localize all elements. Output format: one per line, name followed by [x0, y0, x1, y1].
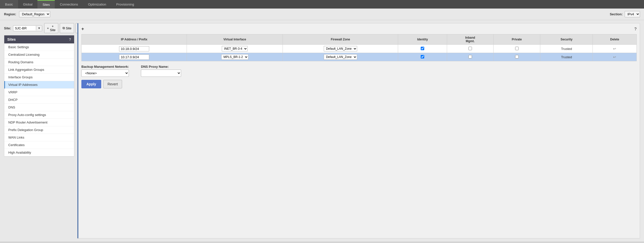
sidebar-item-link-aggregation-groups[interactable]: Link Aggregation Groups — [4, 66, 74, 74]
sidebar-item-centralized-licensing[interactable]: Centralized Licensing — [4, 51, 74, 58]
cell-ip-2 — [82, 53, 187, 61]
ip-input-1[interactable] — [119, 46, 149, 51]
cell-fz-2: Default_LAN_Zone — [283, 53, 398, 61]
section-select[interactable]: IPv4 — [625, 11, 640, 17]
right-panel: + ? IP Address / Prefix Virtual Interfac… — [77, 23, 640, 238]
section-bar: Section: IPv4 — [610, 11, 640, 17]
copy-site-button[interactable]: ⧉ Site — [60, 23, 74, 33]
cell-security-1: Trusted — [540, 45, 593, 53]
cell-vi-1: INET_BR-3-4 — [187, 45, 283, 53]
sidebar-help-icon[interactable]: ? — [69, 37, 71, 41]
dns-proxy-select[interactable] — [141, 70, 181, 77]
main-container: Region: Default_Region Section: IPv4 Sit… — [0, 9, 644, 241]
tab-connections[interactable]: Connections — [55, 0, 83, 9]
revert-icon-2[interactable]: ↩ — [613, 55, 616, 59]
table-row: INET_BR-3-4 Default_LAN_Zone — [82, 45, 637, 53]
vi-select-1[interactable]: INET_BR-3-4 — [222, 46, 248, 51]
col-header-identity: Identity — [398, 34, 447, 45]
inband-checkbox-1[interactable] — [468, 47, 472, 50]
add-row-button[interactable]: + — [81, 26, 84, 32]
cell-identity-1 — [398, 45, 447, 53]
sidebar-item-proxy-auto-config[interactable]: Proxy Auto-config settings — [4, 111, 74, 119]
tab-optimization[interactable]: Optimization — [83, 0, 111, 9]
backup-mgmt-group: Backup Management Network: <None> — [81, 65, 129, 77]
left-panel: Site: ▼ + + Site ⧉ Site 🗑 — [4, 23, 74, 238]
plus-icon: + — [47, 26, 49, 30]
identity-checkbox-2[interactable] — [421, 55, 424, 58]
action-buttons: Apply Revert — [81, 80, 637, 88]
copy-site-label: Site — [66, 26, 71, 30]
cell-fz-1: Default_LAN_Zone — [283, 45, 398, 53]
top-nav: Basic Global Sites Connections Optimizat… — [0, 0, 644, 9]
sidebar-item-virtual-ip-addresses[interactable]: Virtual IP Addresses — [4, 81, 74, 89]
add-site-button[interactable]: + + Site — [44, 23, 58, 33]
table-row: MPLS_BR-1-2 Default_LAN_Zone — [82, 53, 637, 61]
site-selector-row: Site: ▼ + + Site ⧉ Site 🗑 — [4, 23, 74, 33]
ip-input-2[interactable] — [119, 54, 149, 60]
panel-header: + ? — [81, 26, 637, 32]
cell-inband-2 — [447, 53, 494, 61]
region-select[interactable]: Default_Region — [19, 11, 50, 17]
sidebar: Sites ? Basic Settings Centralized Licen… — [4, 35, 74, 157]
cell-inband-1 — [447, 45, 494, 53]
site-label: Site: — [4, 26, 11, 30]
apply-button[interactable]: Apply — [81, 80, 101, 88]
cell-delete-1: ↩ — [593, 45, 637, 53]
fz-select-2[interactable]: Default_LAN_Zone — [324, 54, 357, 60]
cell-private-2 — [493, 53, 540, 61]
cell-security-2: Trusted — [540, 53, 593, 61]
top-bar: Region: Default_Region Section: IPv4 — [0, 9, 644, 20]
site-input-wrap: ▼ — [13, 25, 42, 31]
section-label: Section: — [610, 12, 623, 16]
bottom-controls: Backup Management Network: <None> DNS Pr… — [81, 65, 637, 77]
cell-private-1 — [493, 45, 540, 53]
sidebar-item-routing-domains[interactable]: Routing Domains — [4, 58, 74, 66]
content-area: Site: ▼ + + Site ⧉ Site 🗑 — [0, 20, 644, 241]
col-header-firewall-zone: Firewall Zone — [283, 34, 398, 45]
copy-icon: ⧉ — [63, 26, 65, 30]
backup-mgmt-select[interactable]: <None> — [81, 70, 129, 77]
col-header-security: Security — [540, 34, 593, 45]
cell-identity-2 — [398, 53, 447, 61]
cell-delete-2: ↩ — [593, 53, 637, 61]
region-label: Region: — [4, 12, 16, 16]
backup-mgmt-label: Backup Management Network: — [81, 65, 129, 69]
sidebar-item-basic-settings[interactable]: Basic Settings — [4, 43, 74, 51]
sidebar-title: Sites — [7, 37, 16, 41]
fz-select-1[interactable]: Default_LAN_Zone — [324, 46, 357, 51]
vi-select-2[interactable]: MPLS_BR-1-2 — [221, 54, 248, 60]
sidebar-item-wan-links[interactable]: WAN Links — [4, 134, 74, 141]
add-site-label: + Site — [50, 24, 56, 32]
sidebar-item-high-availability[interactable]: High Availability — [4, 149, 74, 156]
dns-proxy-group: DNS Proxy Name: — [141, 65, 181, 77]
inband-checkbox-2[interactable] — [468, 55, 472, 58]
tab-global[interactable]: Global — [18, 0, 38, 9]
col-header-private: Private — [493, 34, 540, 45]
col-header-virtual-interface: Virtual Interface — [187, 34, 283, 45]
private-checkbox-1[interactable] — [515, 47, 519, 50]
sidebar-item-dns[interactable]: DNS — [4, 104, 74, 111]
tab-provisioning[interactable]: Provisioning — [111, 0, 139, 9]
sidebar-item-ndp-router-advertisement[interactable]: NDP Router Advertisement — [4, 119, 74, 126]
sidebar-item-prefix-delegation-group[interactable]: Prefix Delegation Group — [4, 126, 74, 134]
identity-checkbox-1[interactable] — [421, 47, 424, 50]
cell-ip-1 — [82, 45, 187, 53]
dns-proxy-label: DNS Proxy Name: — [141, 65, 181, 69]
col-header-ip-prefix: IP Address / Prefix — [82, 34, 187, 45]
private-checkbox-2[interactable] — [515, 55, 519, 58]
col-header-inband-mgmt: InbandMgmt. — [447, 34, 494, 45]
revert-icon-1[interactable]: ↩ — [613, 47, 616, 51]
sidebar-header: Sites ? — [4, 35, 74, 43]
revert-button[interactable]: Revert — [103, 80, 122, 88]
site-input[interactable] — [13, 26, 36, 31]
tab-basic[interactable]: Basic — [0, 0, 18, 9]
sidebar-item-interface-groups[interactable]: Interface Groups — [4, 74, 74, 81]
panel-help-icon[interactable]: ? — [634, 27, 637, 31]
ip-address-table: IP Address / Prefix Virtual Interface Fi… — [81, 34, 637, 61]
tab-sites[interactable]: Sites — [37, 0, 55, 9]
site-dropdown-arrow[interactable]: ▼ — [36, 26, 42, 30]
sidebar-item-vrrp[interactable]: VRRP — [4, 89, 74, 96]
sidebar-item-certificates[interactable]: Certificates — [4, 141, 74, 149]
cell-vi-2: MPLS_BR-1-2 — [187, 53, 283, 61]
sidebar-item-dhcp[interactable]: DHCP — [4, 96, 74, 104]
